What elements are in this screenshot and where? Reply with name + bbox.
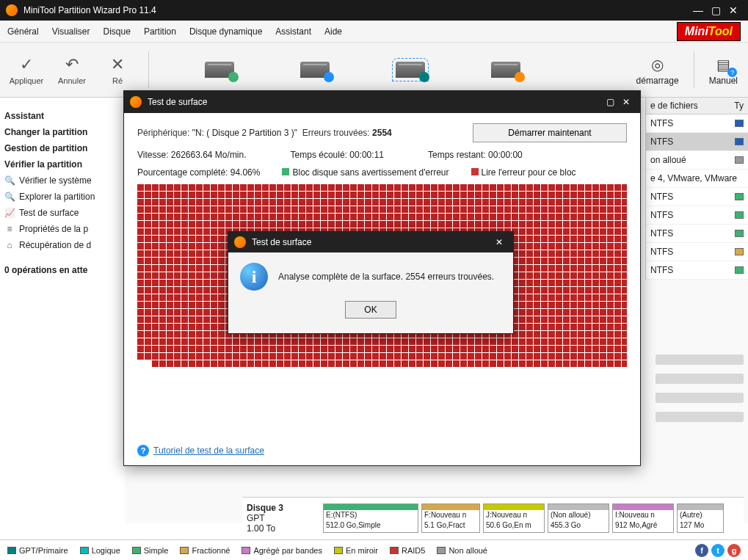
dialog-close-button[interactable]: ✕ (491, 235, 507, 250)
disk-segment[interactable]: J:Nouveau n50.6 Go,En m (483, 503, 545, 533)
undo-button[interactable]: ↶Annuler (54, 54, 90, 85)
sidebar-group-verify[interactable]: Vérifier la partition (4, 159, 120, 170)
app-title: MiniTool Partition Wizard Pro 11.4 (23, 5, 689, 15)
sidebar-item-explore[interactable]: 🔍Explorer la partition (4, 189, 120, 205)
manual-button[interactable]: ▤Manuel (709, 54, 738, 86)
drive-icon: ⌂ (4, 240, 15, 250)
legend: GPT/PrimaireLogiqueSimpleFractionnéAgrég… (0, 539, 748, 560)
scrollbar[interactable] (656, 393, 744, 403)
menu-partition[interactable]: Partition (144, 26, 176, 37)
disk-icon-selected[interactable] (396, 62, 425, 78)
sidebar-item-check-fs[interactable]: 🔍Vérifier le système (4, 172, 120, 189)
sidebar-pending-ops: 0 opérations en atte (4, 265, 120, 275)
menubar: Général Visualiser Disque Partition Disq… (0, 21, 748, 43)
toolbar: ✓Appliquer ↶Annuler ✕Ré ◎démarrage ▤Manu… (0, 43, 748, 98)
menu-aide[interactable]: Aide (324, 26, 342, 37)
disc-icon: ◎ (647, 54, 669, 76)
list-item[interactable]: NTFS (646, 225, 748, 243)
scrollbar[interactable] (656, 374, 744, 384)
message-dialog: Test de surface ✕ i Analyse complète de … (228, 231, 514, 334)
list-item[interactable]: on alloué (646, 151, 748, 170)
dialog-title: Test de surface (252, 237, 491, 247)
check-icon: ✓ (16, 54, 37, 75)
app-icon (130, 96, 142, 108)
sidebar: Assistant Changer la partition Gestion d… (0, 98, 125, 523)
tutorial-link[interactable]: Tutoriel de test de la surface (153, 446, 264, 456)
partition-list: e de fichiersTy NTFSNTFSon allouée 4, VM… (645, 98, 748, 280)
device-label: Périphérique: (137, 128, 189, 138)
errors-label: Erreurs trouvées: (302, 128, 370, 138)
minimize-button[interactable]: — (689, 3, 707, 18)
disk-segment[interactable]: F:Nouveau n5.1 Go,Fract (421, 503, 480, 533)
err-block-icon (471, 168, 479, 175)
list-item[interactable]: NTFS (646, 243, 748, 261)
sidebar-group-manage[interactable]: Gestion de partition (4, 143, 120, 153)
boot-button[interactable]: ◎démarrage (636, 54, 679, 86)
twitter-icon[interactable]: t (711, 544, 725, 557)
menu-disque[interactable]: Disque (104, 26, 131, 37)
elapsed-label: Temps écoulé: (291, 150, 347, 160)
list-item[interactable]: NTFS (646, 261, 748, 280)
disk-icon[interactable] (300, 62, 330, 78)
menu-assistant[interactable]: Assistant (275, 26, 311, 37)
disk-segment[interactable]: (Non alloué)455.3 Go (548, 503, 609, 533)
apply-button[interactable]: ✓Appliquer (9, 54, 44, 85)
menu-general[interactable]: Général (7, 26, 39, 37)
close-button[interactable]: ✕ (725, 3, 742, 18)
legend-item: Simple (132, 546, 169, 555)
scrollbar[interactable] (656, 354, 744, 365)
maximize-button[interactable]: ▢ (707, 3, 725, 18)
chart-icon: 📈 (4, 208, 15, 218)
app-icon (6, 4, 18, 16)
facebook-icon[interactable]: f (695, 544, 708, 557)
sidebar-item-surface-test[interactable]: 📈Test de surface (4, 205, 120, 221)
sidebar-group-assistant[interactable]: Assistant (4, 111, 120, 121)
legend-item: GPT/Primaire (7, 546, 68, 555)
pct-label: Pourcentage complété: (137, 167, 228, 178)
list-item[interactable]: NTFS (646, 133, 748, 151)
disk-icon[interactable] (491, 62, 520, 78)
legend-ok: Bloc disque sans avertissement d'erreur (292, 167, 449, 178)
app-icon (234, 236, 246, 248)
dialog-maximize-button[interactable]: ▢ (602, 95, 618, 109)
sidebar-item-recovery[interactable]: ⌂Récupération de d (4, 237, 120, 253)
legend-item: Agrégé par bandes (242, 546, 322, 555)
list-item[interactable]: e 4, VMware, VMware (646, 170, 748, 188)
speed-value: 262663.64 Mo/min. (171, 150, 247, 160)
social: f t g (695, 544, 741, 557)
ok-button[interactable]: OK (345, 301, 396, 319)
start-now-button[interactable]: Démarrer maintenant (473, 123, 627, 142)
disk-label[interactable]: Disque 3 GPT 1.00 To (247, 503, 320, 534)
gplus-icon[interactable]: g (727, 544, 741, 557)
disk-segment[interactable]: I:Nouveau n912 Mo,Agré (612, 503, 674, 533)
list-item[interactable]: NTFS (646, 188, 748, 206)
sidebar-item-properties[interactable]: ≡Propriétés de la p (4, 221, 120, 237)
legend-item: En miroir (334, 546, 378, 555)
disk-summary: Disque 3 GPT 1.00 To E:(NTFS)512.0 Go,Si… (242, 497, 744, 538)
legend-item: Logique (80, 546, 120, 555)
menu-visualiser[interactable]: Visualiser (52, 26, 90, 37)
menu-dynamique[interactable]: Disque dynamique (189, 26, 262, 37)
discard-button[interactable]: ✕Ré (100, 54, 135, 85)
message-text: Analyse complète de la surface. 2554 err… (278, 272, 494, 282)
search-icon: 🔍 (4, 175, 15, 186)
help-icon: ? (137, 445, 149, 457)
dialog-close-button[interactable]: ✕ (618, 95, 634, 109)
logo: MiniTool (677, 22, 741, 41)
disk-segment[interactable]: (Autre)127 Mo (677, 503, 724, 533)
sidebar-group-change[interactable]: Changer la partition (4, 127, 120, 137)
remaining-label: Temps restant: (428, 150, 486, 160)
list-item[interactable]: NTFS (646, 114, 748, 133)
manual-icon: ▤ (712, 54, 734, 76)
disk-icon[interactable] (205, 62, 234, 78)
info-icon: i (240, 263, 268, 291)
dialog-title: Test de surface (148, 97, 602, 107)
ok-block-icon (282, 168, 289, 175)
errors-value: 2554 (372, 128, 392, 138)
badge-icon (515, 72, 525, 82)
disk-segment[interactable]: E:(NTFS)512.0 Go,Simple (323, 503, 418, 533)
list-item[interactable]: NTFS (646, 206, 748, 225)
legend-item: Fractionné (180, 546, 230, 555)
scrollbar[interactable] (656, 412, 744, 422)
elapsed-value: 00:00:11 (349, 150, 384, 160)
